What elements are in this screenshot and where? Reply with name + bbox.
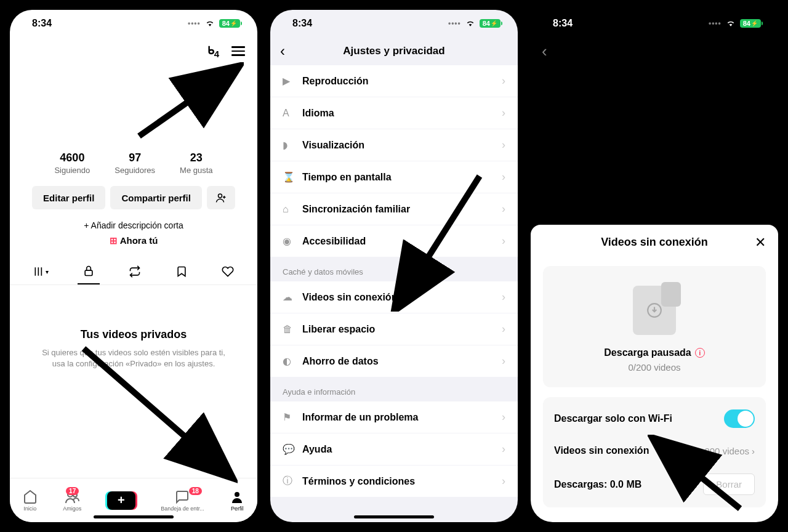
- chevron-right-icon: ›: [502, 411, 505, 424]
- moon-icon: ◗: [283, 139, 294, 151]
- sheet-title: Videos sin conexión: [601, 236, 708, 249]
- nav-inbox[interactable]: 18Bandeja de entr...: [161, 490, 204, 512]
- wifi-only-row: Descargar solo con Wi-Fi: [554, 401, 755, 437]
- section-help: Ayuda e información: [270, 377, 518, 401]
- tab-private[interactable]: [78, 259, 100, 284]
- signal-icon: ••••: [188, 19, 201, 28]
- stat-following[interactable]: 4600Siguiendo: [54, 151, 90, 175]
- profile-stats: 4600Siguiendo 97Seguidores 23Me gusta: [10, 151, 257, 175]
- info-icon[interactable]: i: [695, 348, 705, 358]
- chevron-right-icon: ›: [502, 355, 505, 368]
- video-count-row[interactable]: Videos sin conexión 200 videos›: [554, 437, 755, 465]
- trash-icon: 🗑: [283, 324, 294, 335]
- share-profile-button[interactable]: Compartir perfil: [110, 186, 202, 209]
- settings-accessibility[interactable]: ◉Accesibilidad›: [270, 225, 518, 257]
- hourglass-icon: ⌛: [283, 171, 294, 183]
- offline-sheet: Videos sin conexión ✕ Descarga pausadai …: [531, 225, 778, 522]
- delete-button[interactable]: Borrar: [703, 474, 755, 495]
- download-icon: [646, 302, 662, 318]
- edit-profile-button[interactable]: Editar perfil: [32, 186, 105, 209]
- settings-report[interactable]: ⚑Informar de un problema›: [270, 401, 518, 433]
- chevron-right-icon: ›: [502, 107, 505, 119]
- heart-icon: [222, 265, 234, 278]
- download-placeholder-icon: [633, 286, 676, 335]
- battery-icon: 84⚡: [740, 19, 761, 28]
- svg-point-0: [218, 194, 222, 198]
- home-icon: ⌂: [283, 204, 294, 215]
- tab-saved[interactable]: [171, 259, 193, 284]
- hamburger-menu-icon[interactable]: [231, 46, 245, 56]
- home-indicator: [614, 515, 694, 518]
- chevron-right-icon: ›: [502, 171, 505, 183]
- info-icon: ⓘ: [283, 475, 294, 488]
- wifi-icon: [204, 19, 215, 28]
- settings-list[interactable]: ▶Reproducción› AIdioma› ◗Visualización› …: [270, 65, 518, 522]
- settings-help[interactable]: 💬Ayuda›: [270, 433, 518, 465]
- status-time: 8:34: [292, 18, 312, 29]
- close-button[interactable]: ✕: [755, 235, 766, 251]
- wifi-icon: [465, 19, 476, 28]
- back-button[interactable]: ‹: [280, 42, 285, 60]
- back-button[interactable]: ‹: [531, 37, 778, 66]
- bookmark-icon: [175, 265, 188, 278]
- options-card: Descargar solo con Wi-Fi Videos sin cone…: [543, 397, 766, 507]
- settings-screen: 8:34 •••• 84⚡ ‹ Ajustes y privacidad ▶Re…: [270, 10, 518, 522]
- nav-home[interactable]: Inicio: [23, 490, 38, 512]
- settings-offline[interactable]: ☁Videos sin conexión›: [270, 281, 518, 313]
- lock-icon: [82, 265, 95, 277]
- pause-status: Descarga pausadai: [555, 347, 754, 358]
- settings-header: ‹ Ajustes y privacidad: [270, 37, 518, 65]
- profile-icon: [230, 490, 244, 504]
- svg-rect-1: [85, 270, 92, 275]
- cloud-icon: ☁: [283, 291, 294, 303]
- offline-screen: 8:34 •••• 84⚡ ‹ Videos sin conexión ✕ De…: [531, 10, 778, 522]
- status-bar: 8:34 •••• 84⚡: [531, 10, 778, 37]
- settings-freespace[interactable]: 🗑Liberar espacio›: [270, 313, 518, 345]
- private-videos-section: Tus videos privados Si quieres que tus v…: [10, 285, 257, 369]
- settings-playback[interactable]: ▶Reproducción›: [270, 65, 518, 97]
- settings-screentime[interactable]: ⌛Tiempo en pantalla›: [270, 161, 518, 193]
- nav-create[interactable]: +: [107, 491, 135, 510]
- home-indicator: [94, 515, 174, 518]
- signal-icon: ••••: [448, 19, 461, 28]
- tab-reposts[interactable]: [124, 259, 146, 284]
- private-title: Tus videos privados: [34, 328, 233, 341]
- annotation-arrow-icon: [133, 62, 244, 142]
- inbox-icon: [175, 490, 190, 504]
- settings-datasaver[interactable]: ◐Ahorro de datos›: [270, 345, 518, 377]
- settings-family[interactable]: ⌂Sincronización familiar›: [270, 193, 518, 225]
- profile-header: ᑲ4: [10, 37, 257, 65]
- settings-terms[interactable]: ⓘTérminos y condiciones›: [270, 465, 518, 498]
- plus-box-icon: ⊞: [110, 235, 118, 246]
- status-time: 8:34: [32, 18, 52, 29]
- add-friend-button[interactable]: [207, 186, 235, 209]
- language-icon: A: [283, 108, 294, 119]
- settings-language[interactable]: AIdioma›: [270, 97, 518, 129]
- home-icon: [23, 490, 38, 504]
- battery-icon: 84⚡: [219, 19, 240, 28]
- status-bar: 8:34 •••• 84⚡: [10, 10, 257, 37]
- add-user-icon: [215, 192, 227, 203]
- stat-followers[interactable]: 97Seguidores: [115, 151, 155, 175]
- status-bar: 8:34 •••• 84⚡: [270, 10, 518, 37]
- chevron-right-icon: ›: [502, 139, 505, 151]
- tab-feed[interactable]: ▾: [28, 259, 54, 284]
- drop-icon: ◐: [283, 355, 294, 367]
- chevron-right-icon: ›: [502, 443, 505, 456]
- grid-icon: [33, 265, 46, 278]
- repost-icon: [129, 265, 141, 278]
- chevron-right-icon: ›: [752, 446, 755, 456]
- streak-icon[interactable]: ᑲ4: [207, 44, 219, 59]
- chat-icon: 💬: [283, 443, 294, 455]
- battery-icon: 84⚡: [480, 19, 501, 28]
- tab-liked[interactable]: [217, 259, 239, 284]
- nav-profile[interactable]: Perfil: [230, 490, 244, 512]
- settings-display[interactable]: ◗Visualización›: [270, 129, 518, 161]
- accessibility-icon: ◉: [283, 235, 294, 247]
- add-bio-link[interactable]: + Añadir descripción corta: [10, 220, 257, 230]
- stat-likes[interactable]: 23Me gusta: [180, 151, 212, 175]
- wifi-toggle[interactable]: [724, 409, 755, 428]
- plus-icon: +: [107, 491, 135, 510]
- now-you-link[interactable]: ⊞Ahora tú: [10, 235, 257, 246]
- nav-friends[interactable]: 17Amigos: [63, 490, 81, 512]
